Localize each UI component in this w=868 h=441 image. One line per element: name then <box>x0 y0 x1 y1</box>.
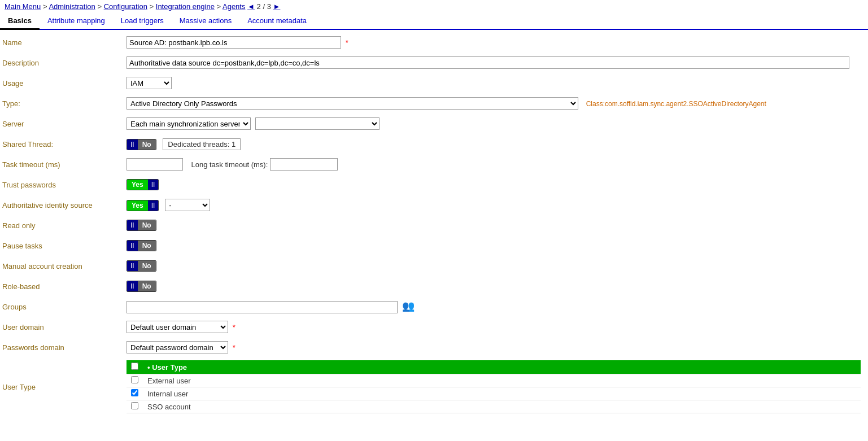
breadcrumb-main-menu[interactable]: Main Menu <box>5 2 41 11</box>
manual-account-pause-btn[interactable]: II <box>127 261 138 271</box>
breadcrumb-configuration[interactable]: Configuration <box>104 2 147 11</box>
external-user-label: External user <box>143 374 861 387</box>
internal-user-checkbox[interactable] <box>131 389 138 396</box>
name-input[interactable] <box>127 36 341 49</box>
user-type-header-checkbox[interactable] <box>131 363 138 370</box>
shared-thread-field: II No Dedicated threads: 1 <box>124 137 868 151</box>
type-field: Active Directory Only Passwords Class:co… <box>124 96 868 111</box>
manual-account-toggle[interactable]: II No <box>127 260 156 272</box>
groups-field: 👥 <box>124 299 868 315</box>
name-field: * <box>124 35 868 50</box>
description-input[interactable] <box>127 56 849 69</box>
trust-passwords-label: Trust passwords <box>0 179 124 191</box>
role-based-row: Role-based II No <box>0 276 868 296</box>
passwords-domain-row: Passwords domain Default password domain… <box>0 337 868 357</box>
external-user-checkbox[interactable] <box>131 376 138 383</box>
read-only-no-btn[interactable]: No <box>138 220 156 230</box>
server-select1[interactable]: Each main synchronization server <box>127 117 251 130</box>
name-label: Name <box>0 37 124 49</box>
groups-input[interactable] <box>127 301 398 313</box>
passwords-domain-label: Passwords domain <box>0 342 124 353</box>
role-based-pause-btn[interactable]: II <box>127 281 138 291</box>
usage-select[interactable]: IAM <box>127 77 172 89</box>
groups-row: Groups 👥 <box>0 296 868 317</box>
server-label: Server <box>0 118 124 130</box>
user-domain-select[interactable]: Default user domain <box>127 321 228 333</box>
type-label: Type: <box>0 98 124 110</box>
usage-label: Usage <box>0 77 124 89</box>
name-required: * <box>346 38 348 47</box>
pause-tasks-row: Pause tasks II No <box>0 235 868 256</box>
user-domain-row: User domain Default user domain * <box>0 317 868 337</box>
task-timeout-input[interactable] <box>127 158 183 171</box>
user-type-row: User Type • User Type External user Inte… <box>0 357 868 416</box>
user-type-table: • User Type External user Internal user … <box>127 360 861 413</box>
usage-row: Usage IAM <box>0 73 868 93</box>
role-based-field: II No <box>124 280 868 293</box>
server-row: Server Each main synchronization server <box>0 113 868 134</box>
sso-account-label: SSO account <box>143 400 861 413</box>
trust-passwords-toggle[interactable]: Yes II <box>127 179 159 190</box>
task-timeout-field: Long task timeout (ms): <box>124 157 868 172</box>
pause-tasks-pause-btn[interactable]: II <box>127 241 138 251</box>
dedicated-threads-box: Dedicated threads: 1 <box>163 138 241 150</box>
authoritative-select[interactable]: - <box>165 199 210 211</box>
sso-account-checkbox[interactable] <box>131 402 138 409</box>
user-type-header-row: • User Type <box>127 360 861 374</box>
trust-passwords-pause-btn[interactable]: II <box>148 180 159 190</box>
role-based-no-btn[interactable]: No <box>138 281 156 291</box>
task-timeout-row: Task timeout (ms) Long task timeout (ms)… <box>0 154 868 174</box>
role-based-toggle[interactable]: II No <box>127 281 156 292</box>
dedicated-threads-label: Dedicated threads: <box>168 140 229 149</box>
usage-field: IAM <box>124 76 868 90</box>
tab-load-triggers[interactable]: Load triggers <box>113 13 172 29</box>
breadcrumb-agents[interactable]: Agents <box>223 2 245 11</box>
read-only-toggle[interactable]: II No <box>127 220 156 231</box>
read-only-label: Read only <box>0 220 124 232</box>
user-type-field: • User Type External user Internal user … <box>124 359 868 414</box>
read-only-pause-btn[interactable]: II <box>127 220 138 230</box>
authoritative-yes-btn[interactable]: Yes <box>127 200 148 211</box>
shared-thread-toggle[interactable]: II No <box>127 139 156 150</box>
passwords-domain-field: Default password domain * <box>124 340 868 355</box>
passwords-domain-select[interactable]: Default password domain <box>127 341 228 353</box>
tab-basics[interactable]: Basics <box>0 13 40 30</box>
server-field: Each main synchronization server <box>124 116 868 131</box>
user-domain-field: Default user domain * <box>124 320 868 334</box>
shared-thread-no-btn[interactable]: No <box>138 139 156 150</box>
authoritative-pause-btn[interactable]: II <box>148 200 159 211</box>
breadcrumb-next[interactable]: ► <box>273 2 281 11</box>
description-field <box>124 55 868 70</box>
authoritative-toggle[interactable]: Yes II <box>127 200 159 211</box>
long-task-timeout-input[interactable] <box>270 158 338 171</box>
type-row: Type: Active Directory Only Passwords Cl… <box>0 93 868 113</box>
breadcrumb-prev[interactable]: ◄ <box>247 2 255 11</box>
pause-tasks-toggle[interactable]: II No <box>127 240 156 251</box>
type-select[interactable]: Active Directory Only Passwords <box>127 97 578 110</box>
description-row: Description <box>0 53 868 73</box>
groups-icon[interactable]: 👥 <box>402 300 415 312</box>
breadcrumb-integration-engine[interactable]: Integration engine <box>156 2 215 11</box>
pause-tasks-no-btn[interactable]: No <box>138 241 156 251</box>
tab-massive-actions[interactable]: Massive actions <box>172 13 239 29</box>
server-select2[interactable] <box>255 117 380 130</box>
authoritative-label: Authoritative identity source <box>0 199 124 211</box>
table-row: Internal user <box>127 387 861 400</box>
dedicated-threads-value: 1 <box>232 140 235 149</box>
user-domain-required: * <box>233 323 235 331</box>
shared-thread-label: Shared Thread: <box>0 138 124 150</box>
tab-account-metadata[interactable]: Account metadata <box>239 13 315 29</box>
shared-thread-pause-btn[interactable]: II <box>127 139 138 150</box>
task-timeout-label: Task timeout (ms) <box>0 159 124 171</box>
trust-passwords-yes-btn[interactable]: Yes <box>127 180 148 190</box>
tab-attribute-mapping[interactable]: Attribute mapping <box>40 13 113 29</box>
long-task-timeout-label: Long task timeout (ms): <box>191 160 268 169</box>
role-based-label: Role-based <box>0 281 124 292</box>
breadcrumb-administration[interactable]: Administration <box>49 2 95 11</box>
authoritative-row: Authoritative identity source Yes II - <box>0 195 868 215</box>
user-type-header-label: • User Type <box>143 360 861 374</box>
class-label: Class:com.soffid.iam.sync.agent2.SSOActi… <box>586 100 766 108</box>
passwords-domain-required: * <box>233 343 235 352</box>
manual-account-no-btn[interactable]: No <box>138 261 156 271</box>
trust-passwords-row: Trust passwords Yes II <box>0 174 868 195</box>
